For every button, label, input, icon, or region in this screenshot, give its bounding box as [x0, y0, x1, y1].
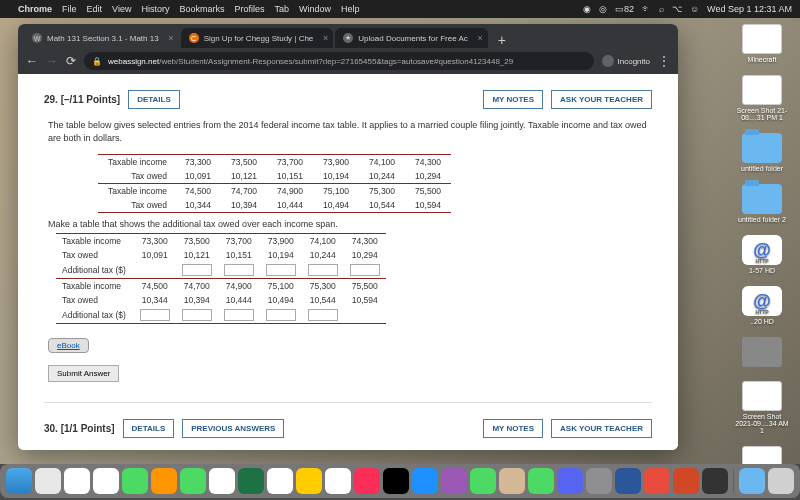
additional-tax-input-4[interactable]	[308, 264, 338, 276]
dock-appstore[interactable]	[412, 468, 438, 494]
dock-grapher[interactable]	[702, 468, 728, 494]
previous-answers-button[interactable]: PREVIOUS ANSWERS	[182, 419, 284, 438]
tab-math131[interactable]: W Math 131 Section 3.1 - Math 13 ×	[24, 28, 179, 48]
desktop-icon-webloc-1[interactable]: @HTTP1-57 HD	[734, 235, 790, 274]
dock-messages[interactable]	[122, 468, 148, 494]
close-tab-icon[interactable]: ×	[477, 33, 482, 43]
dock-pages[interactable]	[151, 468, 177, 494]
question-intro: The table below gives selected entries f…	[48, 119, 648, 144]
macos-menubar: Chrome File Edit View History Bookmarks …	[0, 0, 800, 18]
favicon-star: ★	[343, 33, 353, 43]
menu-edit[interactable]: Edit	[87, 4, 103, 14]
desktop: Minecraft Screen Shot 21-08....31 PM 1 u…	[0, 18, 800, 464]
search-icon[interactable]: ⌕	[659, 4, 664, 14]
desktop-icon-untitled-folder[interactable]: untitled folder	[734, 133, 790, 172]
dock-downloads[interactable]	[739, 468, 765, 494]
question-number: 30. [1/1 Points]	[44, 423, 115, 434]
dock-trash[interactable]	[768, 468, 794, 494]
additional-tax-input-9[interactable]	[266, 309, 296, 321]
dock-discord[interactable]	[557, 468, 583, 494]
menu-tab[interactable]: Tab	[274, 4, 289, 14]
additional-tax-input-7[interactable]	[182, 309, 212, 321]
additional-tax-input-2[interactable]	[224, 264, 254, 276]
additional-tax-input-10[interactable]	[308, 309, 338, 321]
new-tab-button[interactable]: +	[490, 32, 514, 48]
back-button[interactable]: ←	[26, 54, 38, 68]
control-center-icon[interactable]: ⌥	[672, 4, 682, 14]
menu-bookmarks[interactable]: Bookmarks	[179, 4, 224, 14]
desktop-icon-webloc-2[interactable]: @HTTP..20 HD	[734, 286, 790, 325]
dock-launchpad[interactable]	[35, 468, 61, 494]
dock-numbers[interactable]	[180, 468, 206, 494]
dock-facetime[interactable]	[528, 468, 554, 494]
ask-teacher-button[interactable]: ASK YOUR TEACHER	[551, 90, 652, 109]
favicon-webassign: W	[32, 33, 42, 43]
menu-window[interactable]: Window	[299, 4, 331, 14]
incognito-badge[interactable]: Incognito	[602, 55, 650, 67]
clock[interactable]: Wed Sep 1 12:31 AM	[707, 4, 792, 14]
reload-button[interactable]: ⟳	[66, 54, 76, 68]
details-button[interactable]: DETAILS	[123, 419, 175, 438]
menu-view[interactable]: View	[112, 4, 131, 14]
close-tab-icon[interactable]: ×	[323, 33, 328, 43]
menu-help[interactable]: Help	[341, 4, 360, 14]
incognito-icon	[602, 55, 614, 67]
app-name[interactable]: Chrome	[18, 4, 52, 14]
menu-file[interactable]: File	[62, 4, 77, 14]
tab-chegg[interactable]: C Sign Up for Chegg Study | Che ×	[181, 28, 334, 48]
address-bar[interactable]: 🔒 webassign.net/web/Student/Assignment-R…	[84, 52, 594, 70]
dock-safari[interactable]	[64, 468, 90, 494]
desktop-icon-screenshot-2[interactable]: Screen Shot 2021-09....34 AM 1	[734, 381, 790, 434]
dock-phone[interactable]	[470, 468, 496, 494]
chrome-menu-icon[interactable]: ⋮	[658, 54, 670, 68]
dock-photos[interactable]	[209, 468, 235, 494]
desktop-icon-screenshot-1[interactable]: Screen Shot 21-08....31 PM 1	[734, 75, 790, 121]
my-notes-button[interactable]: MY NOTES	[483, 90, 543, 109]
dock-divider	[733, 469, 734, 493]
wifi-icon[interactable]: ᯤ	[642, 4, 651, 14]
ebook-link[interactable]: eBook	[48, 338, 89, 353]
additional-tax-input-1[interactable]	[182, 264, 212, 276]
additional-tax-input-8[interactable]	[224, 309, 254, 321]
user-icon[interactable]: ☺	[690, 4, 699, 14]
dock-pdf[interactable]	[644, 468, 670, 494]
tab-upload[interactable]: ★ Upload Documents for Free Ac ×	[335, 28, 487, 48]
desktop-icon-screenshot-3[interactable]: Screen Shot 2021-09...2.34 AM	[734, 446, 790, 464]
dock-chrome[interactable]	[93, 468, 119, 494]
additional-tax-input-3[interactable]	[266, 264, 296, 276]
dock-notes[interactable]	[296, 468, 322, 494]
page-content[interactable]: 29. [–/11 Points] DETAILS MY NOTES ASK Y…	[18, 74, 678, 450]
display-icon[interactable]: ◎	[599, 4, 607, 14]
close-tab-icon[interactable]: ×	[168, 33, 173, 43]
dock-podcasts[interactable]	[441, 468, 467, 494]
additional-tax-input-6[interactable]	[140, 309, 170, 321]
dock-word[interactable]	[615, 468, 641, 494]
menu-history[interactable]: History	[141, 4, 169, 14]
desktop-icon-gray[interactable]	[734, 337, 790, 369]
question-30: 30. [1/1 Points] DETAILS PREVIOUS ANSWER…	[44, 419, 652, 450]
additional-tax-input-5[interactable]	[350, 264, 380, 276]
desktop-icon-untitled-folder-2[interactable]: untitled folder 2	[734, 184, 790, 223]
url-text: webassign.net/web/Student/Assignment-Res…	[108, 57, 513, 66]
dock-settings[interactable]	[586, 468, 612, 494]
dock-excel[interactable]	[238, 468, 264, 494]
desktop-icon-minecraft[interactable]: Minecraft	[734, 24, 790, 63]
tab-strip: W Math 131 Section 3.1 - Math 13 × C Sig…	[18, 24, 678, 48]
circle-icon[interactable]: ◉	[583, 4, 591, 14]
submit-answer-button[interactable]: Submit Answer	[48, 365, 119, 382]
battery-icon[interactable]: ▭82	[615, 4, 634, 14]
my-notes-button[interactable]: MY NOTES	[483, 419, 543, 438]
dock-calendar[interactable]	[267, 468, 293, 494]
dock-finder[interactable]	[6, 468, 32, 494]
dock-tv[interactable]	[383, 468, 409, 494]
dock-reminders[interactable]	[325, 468, 351, 494]
chrome-window: W Math 131 Section 3.1 - Math 13 × C Sig…	[18, 24, 678, 450]
dock-music[interactable]	[354, 468, 380, 494]
favicon-chegg: C	[189, 33, 199, 43]
ask-teacher-button[interactable]: ASK YOUR TEACHER	[551, 419, 652, 438]
dock-contacts[interactable]	[499, 468, 525, 494]
menu-profiles[interactable]: Profiles	[234, 4, 264, 14]
details-button[interactable]: DETAILS	[128, 90, 180, 109]
question-29: 29. [–/11 Points] DETAILS MY NOTES ASK Y…	[44, 90, 652, 382]
dock-powerpoint[interactable]	[673, 468, 699, 494]
